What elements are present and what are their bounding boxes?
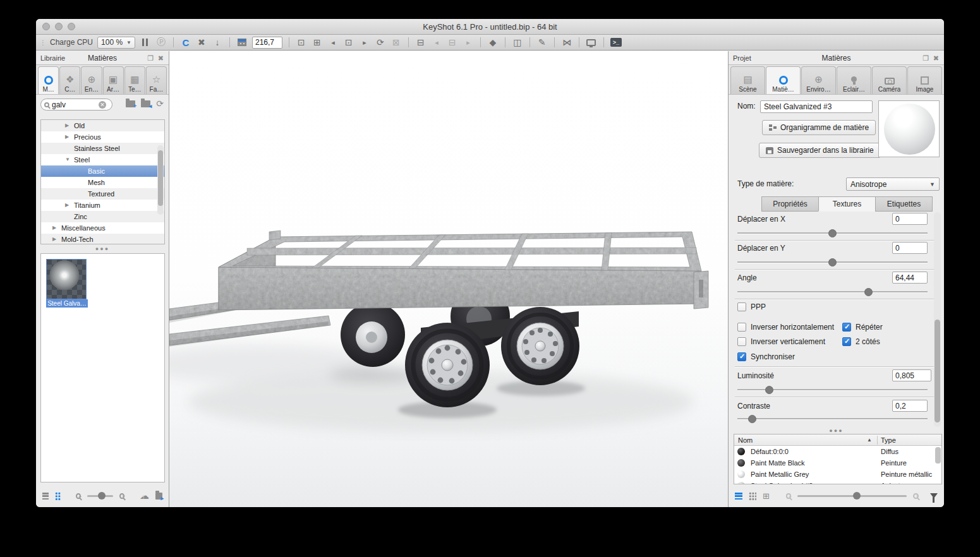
- library-splitter-handle[interactable]: ●●●: [36, 246, 169, 253]
- geometry-editor-button[interactable]: ⋈: [561, 37, 572, 49]
- lock-camera-button[interactable]: ⊠: [390, 37, 402, 49]
- brightness-slider[interactable]: [737, 389, 928, 391]
- geometry-shield-button[interactable]: ◆: [487, 37, 499, 49]
- animation-cycle-button[interactable]: ⊟: [447, 37, 458, 49]
- resolution-grid-button[interactable]: [236, 37, 248, 49]
- list-view-button[interactable]: [735, 493, 742, 500]
- tree-item-old[interactable]: ▶Old: [41, 120, 164, 131]
- flip-horizontal-checkbox[interactable]: Inverser horizontalement: [737, 323, 834, 332]
- previous-animation-button[interactable]: ◂: [431, 37, 442, 49]
- refresh-library-button[interactable]: ⟳: [156, 99, 164, 108]
- clear-search-icon[interactable]: ✕: [99, 101, 106, 109]
- add-folder-button[interactable]: +: [126, 100, 135, 107]
- cpu-usage-dropdown[interactable]: 100 %▼: [97, 37, 135, 49]
- thumbnail-zoom-in-icon[interactable]: +: [119, 493, 124, 499]
- save-to-library-button[interactable]: Sauvegarder dans la librairie: [759, 143, 881, 158]
- import-folder-button[interactable]: ◂: [141, 100, 150, 107]
- subtab-textures[interactable]: Textures: [818, 196, 876, 212]
- table-header[interactable]: Nom ▲ Type: [734, 434, 941, 446]
- library-tab-textures[interactable]: ▦ Te…: [124, 66, 145, 94]
- presentation-mode-button[interactable]: [586, 37, 597, 49]
- material-name-input[interactable]: [760, 100, 873, 113]
- resolution-input[interactable]: [252, 37, 282, 49]
- tree-scrollbar[interactable]: [157, 145, 164, 215]
- add-camera-button[interactable]: ⊡: [296, 37, 307, 49]
- next-camera-button[interactable]: ▸: [359, 37, 370, 49]
- edit-material-button[interactable]: ✎: [536, 37, 548, 49]
- tree-item-mesh[interactable]: Mesh: [41, 177, 164, 188]
- network-render-button[interactable]: Ⓟ: [155, 37, 167, 49]
- two-sided-checkbox[interactable]: 2 côtés: [842, 337, 880, 346]
- ppp-checkbox[interactable]: PPP: [737, 302, 766, 311]
- grid-view-button[interactable]: [55, 492, 61, 500]
- table-row[interactable]: Paint Metallic Grey Peinture métallic: [734, 469, 941, 480]
- list-view-button[interactable]: [42, 493, 49, 500]
- search-input[interactable]: [52, 100, 96, 109]
- tree-item-steel[interactable]: ▼Steel: [41, 154, 164, 165]
- column-nom[interactable]: Nom: [738, 434, 753, 446]
- close-panel-icon[interactable]: ✖: [933, 51, 939, 65]
- thumbnail-zoom-in-icon[interactable]: +: [913, 493, 919, 499]
- project-tab-scene[interactable]: ▤ Scène: [730, 66, 765, 94]
- library-tab-environments[interactable]: ⊕ En…: [81, 66, 102, 94]
- material-thumbnail[interactable]: Steel Galva…: [46, 259, 88, 308]
- pause-render-button[interactable]: [140, 37, 151, 49]
- shift-x-input[interactable]: [892, 213, 928, 225]
- next-animation-button[interactable]: ▸: [463, 37, 474, 49]
- add-animation-button[interactable]: ⊟: [415, 37, 426, 49]
- subtab-labels[interactable]: Etiquettes: [875, 196, 933, 212]
- project-tab-image[interactable]: Image: [907, 66, 942, 94]
- filter-funnel-button[interactable]: [930, 493, 938, 498]
- region-render-button[interactable]: ✖: [196, 37, 207, 49]
- material-preview[interactable]: [878, 100, 940, 157]
- realtime-render-viewport[interactable]: [169, 51, 728, 507]
- camera-cycle-button[interactable]: ⊡: [343, 37, 354, 49]
- tree-item-zinc[interactable]: Zinc: [41, 211, 164, 222]
- thumbnail-size-slider[interactable]: [87, 495, 113, 497]
- export-folder-button[interactable]: ▸: [155, 493, 162, 500]
- tree-view-button[interactable]: ⊞: [763, 491, 770, 501]
- repeat-checkbox[interactable]: Répéter: [842, 323, 883, 332]
- show-panels-button[interactable]: ◫: [512, 37, 523, 49]
- angle-slider[interactable]: [737, 291, 928, 293]
- close-panel-icon[interactable]: ✖: [158, 51, 164, 65]
- add-multi-camera-button[interactable]: ⊞: [312, 37, 323, 49]
- toolbar-drag-handle-icon[interactable]: ⋮: [40, 39, 45, 46]
- cloud-upload-button[interactable]: ☁↑: [140, 491, 149, 500]
- material-graph-button[interactable]: Organigramme de matière: [762, 120, 876, 135]
- pause-updates-button[interactable]: ↓: [212, 37, 223, 49]
- brightness-input[interactable]: [892, 369, 931, 381]
- library-tab-backplates[interactable]: ▣ Ar…: [103, 66, 124, 94]
- thumbnail-size-slider[interactable]: [797, 495, 907, 497]
- library-tab-favorites[interactable]: ☆ Fa…: [146, 66, 167, 94]
- tree-item-titanium[interactable]: ▶Titanium: [41, 200, 164, 211]
- shift-x-slider[interactable]: [737, 232, 928, 234]
- tree-item-basic[interactable]: Basic: [41, 165, 164, 177]
- shift-y-slider[interactable]: [737, 261, 928, 263]
- reset-camera-button[interactable]: ⟳: [375, 37, 386, 49]
- angle-input[interactable]: [892, 272, 928, 284]
- detach-panel-icon[interactable]: ❐: [923, 51, 929, 65]
- project-tab-environment[interactable]: ⊕ Enviro…: [801, 66, 836, 94]
- tree-item-stainless-steel[interactable]: Stainless Steel: [41, 143, 164, 154]
- table-row[interactable]: Steel Galvanized #3 Anisotrope: [734, 480, 941, 484]
- material-type-dropdown[interactable]: Anisotrope▼: [846, 177, 940, 191]
- subtab-properties[interactable]: Propriétés: [761, 196, 819, 212]
- synchronize-checkbox[interactable]: Synchroniser: [737, 352, 795, 361]
- textures-scrollbar[interactable]: [934, 212, 941, 427]
- table-row[interactable]: Paint Matte Black Peinture: [734, 457, 941, 469]
- tree-item-precious[interactable]: ▶Precious: [41, 131, 164, 143]
- tree-item-mold-tech[interactable]: ▶Mold-Tech: [41, 234, 164, 244]
- flip-vertical-checkbox[interactable]: Inverser verticalement: [737, 337, 825, 346]
- grid-view-button[interactable]: [749, 492, 756, 500]
- thumbnail-zoom-out-icon[interactable]: −: [786, 493, 792, 499]
- tree-item-miscellaneous[interactable]: ▶Miscellaneous: [41, 222, 164, 234]
- project-tab-materials[interactable]: Matiè…: [766, 66, 801, 94]
- shift-y-input[interactable]: [892, 242, 928, 254]
- project-tab-camera[interactable]: Caméra: [872, 66, 907, 94]
- scripting-console-button[interactable]: >_: [610, 37, 622, 49]
- project-tab-lighting[interactable]: Eclair…: [837, 66, 871, 94]
- detach-panel-icon[interactable]: ❐: [147, 51, 154, 65]
- toggle-realtime-render-button[interactable]: C: [180, 37, 191, 49]
- table-row[interactable]: Défaut:0:0:0 Diffus: [734, 446, 941, 457]
